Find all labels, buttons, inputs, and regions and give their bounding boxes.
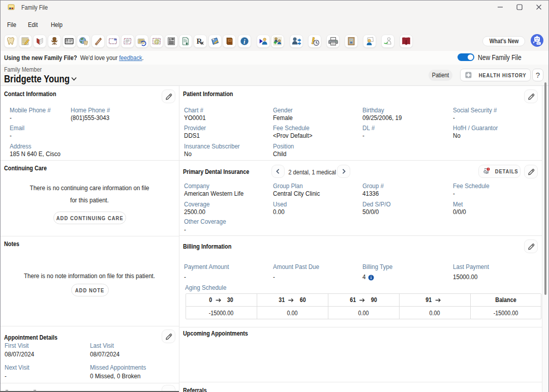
svg-text:i: i <box>243 38 246 45</box>
svg-text:@: @ <box>154 38 160 44</box>
